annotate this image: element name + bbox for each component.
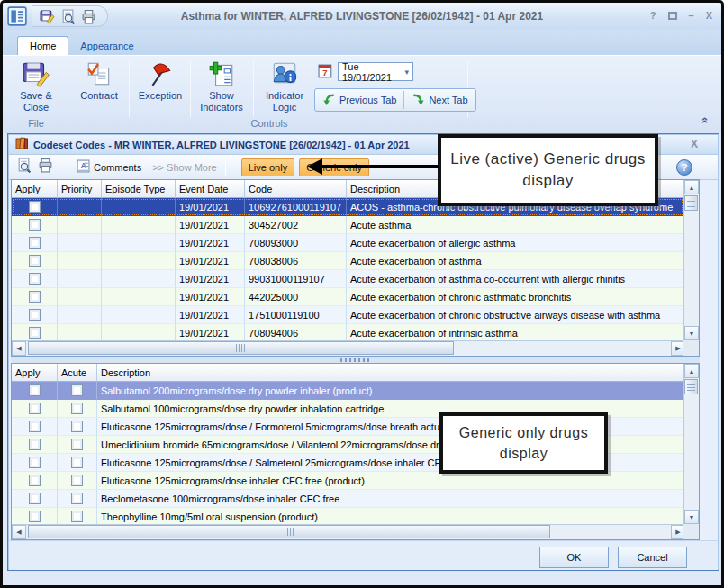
table-row[interactable]: 19/01/2021708093000Acute exacerbation of… <box>12 234 683 252</box>
table-row[interactable]: 19/01/2021708038006Acute exacerbation of… <box>12 252 683 270</box>
scroll-thumb[interactable] <box>28 341 454 355</box>
print-preview-icon[interactable] <box>60 9 76 24</box>
contract-button[interactable]: Contract <box>73 59 125 116</box>
scroll-down-icon[interactable]: ▼ <box>684 510 699 524</box>
scroll-track[interactable] <box>684 194 699 326</box>
ok-button[interactable]: OK <box>539 547 609 568</box>
table-row[interactable]: 19/01/2021304527002Acute asthma <box>12 216 683 234</box>
column-header[interactable]: Apply <box>12 180 58 198</box>
cancel-button[interactable]: Cancel <box>618 547 687 568</box>
table-row[interactable]: Beclometasone 100micrograms/dose inhaler… <box>12 490 683 508</box>
live-only-button[interactable]: Live only <box>241 158 294 176</box>
scroll-thumb[interactable] <box>684 195 698 211</box>
dropdown-arrow-icon[interactable]: ▾ <box>404 68 409 77</box>
apply-checkbox[interactable] <box>29 457 41 468</box>
table-row[interactable]: Fluticasone 125micrograms/dose inhaler C… <box>12 472 683 490</box>
acute-checkbox[interactable] <box>71 439 83 450</box>
app-menu-icon[interactable] <box>7 6 27 26</box>
drugs-vertical-scrollbar[interactable]: ▲ ▼ <box>683 364 699 524</box>
exception-button[interactable]: Exception <box>134 59 186 116</box>
print-icon[interactable] <box>38 158 53 176</box>
apply-checkbox[interactable] <box>29 273 41 285</box>
show-more-button[interactable]: >> Show More <box>152 162 217 173</box>
scroll-track[interactable] <box>26 341 671 356</box>
column-header[interactable]: Episode Type <box>102 180 176 198</box>
acute-checkbox[interactable] <box>71 457 83 468</box>
scroll-up-icon[interactable]: ▲ <box>684 364 699 378</box>
window-help-button[interactable]: ? <box>650 9 656 22</box>
print-preview-icon[interactable] <box>16 158 32 176</box>
apply-checkbox[interactable] <box>29 493 41 504</box>
apply-checkbox[interactable] <box>29 237 41 249</box>
table-cell <box>58 324 102 342</box>
comments-button[interactable]: A Comments <box>77 159 141 175</box>
apply-checkbox[interactable] <box>29 511 41 522</box>
window-minimize-button[interactable]: – <box>689 9 694 22</box>
scroll-thumb[interactable] <box>28 525 550 538</box>
next-tab-button[interactable]: Next Tab <box>404 89 475 111</box>
pane-splitter[interactable] <box>11 357 700 363</box>
collapse-ribbon-icon[interactable]: « <box>699 117 712 123</box>
scroll-down-icon[interactable]: ▼ <box>684 326 699 340</box>
apply-checkbox[interactable] <box>29 327 41 339</box>
table-row[interactable]: 19/01/2021708094006Acute exacerbation of… <box>12 324 683 342</box>
tab-home[interactable]: Home <box>17 36 68 55</box>
apply-checkbox[interactable] <box>29 255 41 267</box>
scroll-up-icon[interactable]: ▲ <box>684 180 699 194</box>
column-header[interactable]: Code <box>245 180 347 198</box>
save-close-button[interactable]: Save & Close <box>8 59 64 116</box>
apply-checkbox[interactable] <box>29 309 41 321</box>
column-header[interactable]: Description <box>97 364 683 382</box>
indicator-logic-button[interactable]: Indicator Logic <box>257 59 312 116</box>
table-row[interactable]: 19/01/2021442025000Acute exacerbation of… <box>12 288 683 306</box>
table-cell: Salbutamol 200micrograms/dose dry powder… <box>97 382 683 400</box>
scroll-left-icon[interactable]: ◀ <box>12 525 26 539</box>
next-tab-icon <box>412 93 425 108</box>
apply-checkbox[interactable] <box>29 384 41 396</box>
apply-checkbox[interactable] <box>29 475 41 486</box>
apply-checkbox[interactable] <box>29 291 41 303</box>
apply-checkbox[interactable] <box>29 439 41 450</box>
acute-checkbox[interactable] <box>71 511 83 522</box>
scroll-track[interactable] <box>26 525 671 539</box>
acute-checkbox[interactable] <box>71 493 83 504</box>
ribbon-tab-bar: Home Appearance <box>3 30 721 55</box>
ribbon-separator <box>68 59 68 117</box>
table-row[interactable]: 19/01/202199031000119107Acute exacerbati… <box>12 270 683 288</box>
apply-checkbox[interactable] <box>29 201 41 213</box>
apply-checkbox[interactable] <box>29 421 41 432</box>
date-picker[interactable]: Tue 19/01/2021 ▾ <box>338 62 413 81</box>
window-restore-button[interactable] <box>668 12 677 20</box>
acute-checkbox[interactable] <box>71 475 83 486</box>
apply-checkbox[interactable] <box>29 403 41 414</box>
show-indicators-button[interactable]: Show Indicators <box>194 59 249 116</box>
apply-checkbox[interactable] <box>29 219 41 231</box>
save-icon[interactable] <box>40 9 55 24</box>
acute-checkbox[interactable] <box>71 421 83 432</box>
window-close-button[interactable]: X <box>706 9 712 22</box>
table-cell <box>58 198 102 216</box>
table-row[interactable]: Theophylline 10mg/5ml oral suspension (p… <box>12 508 683 526</box>
codes-horizontal-scrollbar[interactable]: ◀ ▶ <box>12 340 685 356</box>
scroll-track[interactable] <box>684 378 699 510</box>
dialog-help-button[interactable]: ? <box>676 159 692 176</box>
codes-vertical-scrollbar[interactable]: ▲ ▼ <box>683 180 699 340</box>
tab-appearance[interactable]: Appearance <box>68 37 145 55</box>
acute-checkbox[interactable] <box>71 384 83 396</box>
previous-tab-button[interactable]: Previous Tab <box>315 89 403 111</box>
drugs-horizontal-scrollbar[interactable]: ◀ ▶ <box>12 524 685 539</box>
scrollbar-corner <box>683 340 699 356</box>
table-cell: 304527002 <box>245 216 347 234</box>
column-header[interactable]: Acute <box>58 364 97 382</box>
column-header[interactable]: Apply <box>12 364 58 382</box>
scroll-thumb[interactable] <box>684 379 698 394</box>
scroll-left-icon[interactable]: ◀ <box>12 341 26 356</box>
table-cell <box>58 306 102 324</box>
dialog-close-button[interactable]: X <box>691 138 698 150</box>
acute-checkbox[interactable] <box>71 403 83 414</box>
column-header[interactable]: Event Date <box>176 180 245 198</box>
print-icon[interactable] <box>81 9 96 24</box>
table-row[interactable]: 19/01/20211751000119100Acute exacerbatio… <box>12 306 683 324</box>
table-row[interactable]: Salbutamol 200micrograms/dose dry powder… <box>12 382 683 400</box>
column-header[interactable]: Priority <box>58 180 102 198</box>
